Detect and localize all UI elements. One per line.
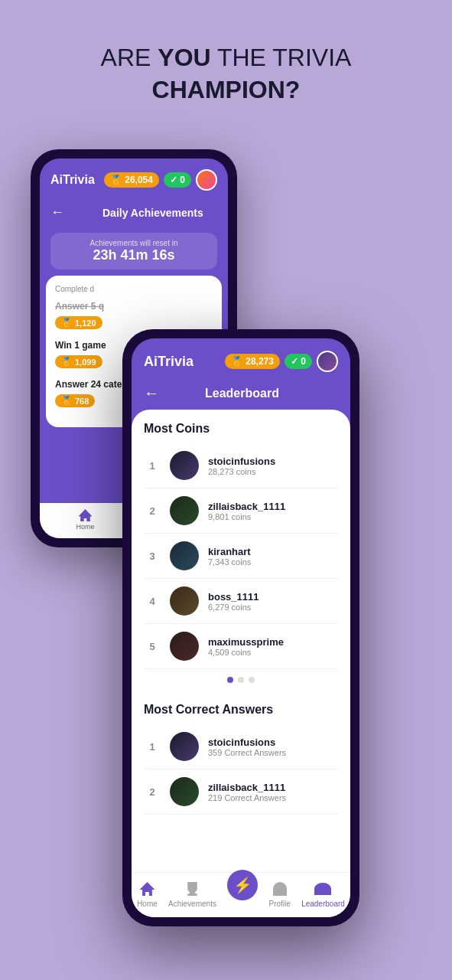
front-coin-icon: 🏅: [231, 356, 242, 367]
achievement-coin-icon-2: 🏅: [61, 357, 72, 367]
userstat-3: 7,343 coins: [208, 557, 338, 567]
rank-1: 1: [144, 460, 161, 472]
front-coins: 28,273: [246, 356, 274, 367]
achievement-reward-value-1: 1,120: [75, 318, 96, 328]
headline-line1-bold: YOU: [158, 44, 210, 71]
headline: ARE YOU THE TRIVIA CHAMPION?: [0, 0, 452, 106]
correct-info-2: zillaisback_1111 219 Correct Answers: [208, 782, 338, 802]
back-check-badge: ✓ 0: [164, 172, 191, 188]
front-phone: AiTrivia 🏅 28,273 ✓ 0 ← Leaderboard Most…: [122, 329, 359, 926]
correct-stat-1: 359 Correct Answers: [208, 748, 338, 757]
correct-name-1: stoicinfusions: [208, 737, 338, 748]
headline-line1-pre: ARE: [101, 44, 158, 71]
front-app-name: AiTrivia: [144, 354, 193, 370]
lightning-circle: ⚡: [227, 870, 258, 900]
username-2: zillaisback_1111: [208, 501, 338, 512]
userstat-4: 6,279 coins: [208, 603, 338, 612]
correct-stat-2: 219 Correct Answers: [208, 793, 338, 802]
front-avatar: [317, 351, 338, 372]
correct-avatar-1: [170, 732, 199, 761]
avatar-kiranhart: [170, 541, 199, 570]
lightning-icon: ⚡: [233, 877, 252, 893]
trophy-shape: [186, 882, 200, 896]
correct-rank-2: 2: [144, 786, 161, 798]
dot-3[interactable]: [249, 677, 255, 683]
user-info-4: boss_1111 6,279 coins: [208, 591, 338, 612]
front-checks: 0: [301, 356, 306, 367]
back-reset-time: 23h 41m 16s: [60, 247, 208, 263]
front-nav-leaderboard-label: Leaderboard: [301, 900, 345, 908]
achievement-reward-value-2: 1,099: [75, 358, 96, 367]
front-content: Most Coins 1 stoicinfusions 28,273 coins…: [132, 410, 350, 917]
coin-icon: 🏅: [110, 175, 122, 185]
achievement-reward-value-3: 768: [75, 397, 89, 406]
back-back-arrow[interactable]: ←: [50, 204, 64, 220]
user-info-5: maximussprime 4,509 coins: [208, 636, 338, 657]
username-1: stoicinfusions: [208, 456, 338, 467]
front-nav-home[interactable]: Home: [137, 880, 158, 908]
front-nav-profile-label: Profile: [268, 900, 290, 908]
correct-avatar-2: [170, 777, 199, 806]
avatar-stoicinfusions: [170, 451, 199, 480]
back-nav: ← Daily Achievements: [40, 198, 228, 227]
back-nav-title: Daily Achievements: [102, 207, 203, 219]
correct-item-1: 1 stoicinfusions 359 Correct Answers: [144, 724, 338, 769]
home-icon: [78, 509, 92, 521]
front-header-right: 🏅 28,273 ✓ 0: [225, 351, 338, 372]
achievement-reward-1: 🏅 1,120: [55, 316, 102, 329]
front-check-badge: ✓ 0: [285, 354, 312, 369]
person-shape: [273, 882, 287, 896]
back-header: AiTrivia 🏅 26,054 ✓ 0: [40, 158, 228, 198]
home-icon: [138, 880, 155, 897]
leaderboard-item-5: 5 maximussprime 4,509 coins: [144, 624, 338, 669]
front-nav-lightning[interactable]: ⚡: [227, 880, 258, 908]
back-complete-label: Complete d: [55, 285, 213, 293]
headline-line2: CHAMPION?: [152, 76, 301, 103]
most-coins-title: Most Coins: [144, 422, 338, 436]
front-nav-achievements[interactable]: Achievements: [168, 880, 216, 908]
achievement-reward-2: 🏅 1,099: [55, 355, 102, 368]
username-4: boss_1111: [208, 591, 338, 603]
userstat-5: 4,509 coins: [208, 648, 338, 657]
front-nav-leaderboard[interactable]: Leaderboard: [301, 880, 345, 908]
user-info-2: zillaisback_1111 9,801 coins: [208, 501, 338, 521]
avatar-boss: [170, 586, 199, 616]
rank-2: 2: [144, 505, 161, 517]
person-icon: [272, 880, 288, 897]
userstat-1: 28,273 coins: [208, 467, 338, 476]
leaderboard-item-3: 3 kiranhart 7,343 coins: [144, 534, 338, 579]
leaderboard-item-1: 1 stoicinfusions 28,273 coins: [144, 443, 338, 488]
back-avatar: [196, 169, 217, 191]
most-correct-title: Most Correct Answers: [144, 703, 338, 717]
front-nav-achieve-label: Achievements: [168, 900, 216, 908]
achievement-coin-icon-1: 🏅: [61, 318, 72, 328]
correct-rank-1: 1: [144, 741, 161, 753]
back-nav-home[interactable]: Home: [76, 509, 94, 531]
leaderboard-item-2: 2 zillaisback_1111 9,801 coins: [144, 488, 338, 534]
most-coins-section: Most Coins 1 stoicinfusions 28,273 coins…: [132, 410, 350, 669]
back-reset-label: Achievements will reset in: [60, 239, 208, 247]
front-nav-title: Leaderboard: [205, 387, 279, 400]
most-correct-section: Most Correct Answers 1 stoicinfusions 35…: [132, 691, 350, 815]
dot-1[interactable]: [227, 677, 233, 683]
group-shape: [314, 883, 331, 895]
back-app-name: AiTrivia: [50, 173, 95, 187]
username-5: maximussprime: [208, 636, 338, 648]
dot-2[interactable]: [238, 677, 244, 683]
achievement-item-1: Answer 5 q 🏅 1,120: [55, 301, 213, 329]
front-nav-profile[interactable]: Profile: [268, 880, 290, 908]
back-checks: 0: [180, 175, 185, 185]
user-info-1: stoicinfusions 28,273 coins: [208, 456, 338, 476]
back-coin-badge: 🏅 26,054: [104, 172, 159, 188]
dot-indicators: [132, 669, 350, 691]
correct-info-1: stoicinfusions 359 Correct Answers: [208, 737, 338, 757]
front-back-arrow[interactable]: ←: [144, 384, 159, 402]
front-bottom-nav: Home Achievements ⚡: [132, 872, 350, 917]
achievement-coin-icon-3: 🏅: [61, 396, 72, 406]
home-shape: [139, 882, 154, 896]
front-header: AiTrivia 🏅 28,273 ✓ 0: [132, 338, 350, 380]
group-icon: [314, 880, 331, 897]
username-3: kiranhart: [208, 546, 338, 557]
back-reset-box: Achievements will reset in 23h 41m 16s: [50, 233, 217, 270]
userstat-2: 9,801 coins: [208, 512, 338, 521]
